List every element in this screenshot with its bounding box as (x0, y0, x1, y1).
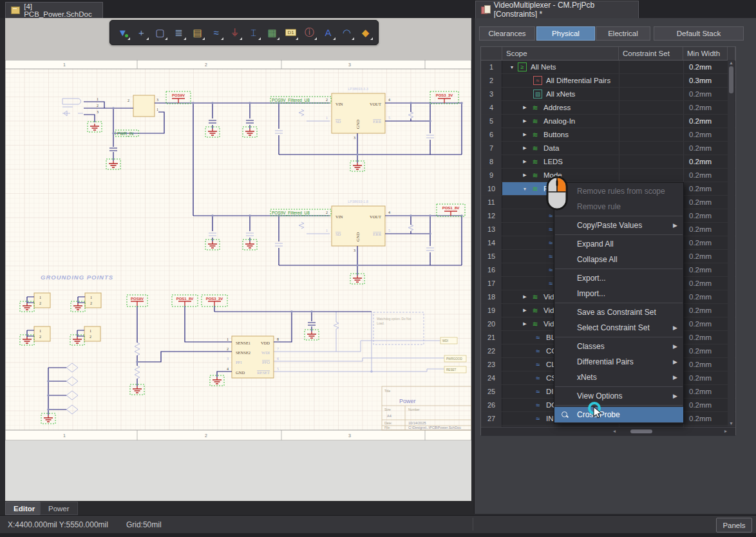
min-width-cell[interactable]: 0.2mm (683, 115, 728, 127)
expand-arrow-icon[interactable]: ▶ (522, 294, 528, 299)
header-scope[interactable]: Scope (502, 47, 619, 60)
tab-default-stack[interactable]: Default Stack (654, 26, 744, 41)
min-width-cell[interactable]: 0.2mm (683, 128, 728, 141)
scope-cell[interactable]: ≈All Differential Pairs (502, 74, 619, 87)
align-icon[interactable]: ≣ (170, 24, 187, 41)
min-width-cell[interactable]: 0.2mm (683, 155, 728, 168)
expand-arrow-icon[interactable]: ▶ (522, 146, 528, 151)
menu-item-import[interactable]: Import... (554, 286, 683, 301)
min-width-cell[interactable]: 0.2mm (683, 412, 728, 425)
menu-item-select-constraint-set[interactable]: Select Constraint Set▶ (554, 320, 683, 335)
place-gnd-icon[interactable]: ⏚ (226, 24, 243, 41)
hscroll-left-arrow-icon[interactable]: ◂ (613, 428, 616, 434)
hscroll-thumb[interactable] (630, 429, 652, 433)
constraint-set-cell[interactable] (619, 155, 683, 168)
min-width-cell[interactable]: 0.2mm (683, 372, 728, 384)
constraint-set-cell[interactable] (619, 169, 683, 182)
min-width-cell[interactable]: 0.2mm (683, 399, 728, 411)
expand-arrow-icon[interactable]: ▶ (522, 105, 528, 110)
tab-power[interactable]: Power (40, 502, 78, 515)
vscroll-thumb[interactable] (729, 66, 733, 93)
place-arc-icon[interactable]: ◠ (338, 24, 355, 41)
min-width-cell[interactable]: 0.3mm (683, 74, 728, 87)
constraint-set-cell[interactable] (619, 61, 683, 73)
header-constraint-set[interactable]: Constraint Set (619, 47, 683, 60)
place-power-icon[interactable]: ⌶ (245, 24, 262, 41)
expand-arrow-icon[interactable]: ▶ (522, 308, 528, 313)
min-width-cell[interactable]: 0.2mm (683, 385, 728, 398)
min-width-cell[interactable]: 0.2mm (683, 209, 728, 222)
panels-button[interactable]: Panels (716, 518, 752, 532)
collapse-arrow-icon[interactable]: ▼ (509, 65, 515, 70)
table-row[interactable]: 1▼≥All Nets0.2mm (481, 61, 735, 74)
tab-editor[interactable]: Editor (5, 502, 43, 515)
table-row[interactable]: 8▶≋LEDS0.2mm (481, 155, 735, 169)
header-min-width[interactable]: Min Width (683, 47, 728, 60)
min-width-cell[interactable]: 0.2mm (683, 304, 728, 317)
vscroll-down-arrow-icon[interactable]: ▼ (728, 421, 735, 426)
min-width-cell[interactable]: 0.2mm (683, 101, 728, 114)
collapse-arrow-icon[interactable]: ▼ (522, 187, 528, 191)
min-width-cell[interactable]: 0.2mm (683, 236, 728, 249)
min-width-cell[interactable]: 0.2mm (683, 88, 728, 100)
scope-cell[interactable]: ▼≥All Nets (502, 61, 619, 73)
constraint-set-cell[interactable] (619, 115, 683, 127)
table-row[interactable]: 4▶≋Address0.2mm (481, 101, 735, 115)
min-width-cell[interactable]: 0.2mm (683, 142, 728, 155)
table-row[interactable]: 5▶≋Analog-In0.2mm (481, 115, 735, 128)
expand-arrow-icon[interactable]: ▶ (522, 118, 528, 124)
menu-item-collapse-all[interactable]: Collapse All (554, 252, 683, 267)
tab-clearances[interactable]: Clearances (479, 26, 535, 41)
min-width-cell[interactable]: 0.2mm (683, 182, 728, 195)
scope-cell[interactable]: ▶≋LEDS (502, 155, 619, 168)
place-sheet-icon[interactable]: ▦ (263, 24, 281, 41)
min-width-cell[interactable]: 0.2mm (683, 61, 728, 73)
scope-cell[interactable]: ▶≋Data (502, 142, 619, 155)
constraint-set-cell[interactable] (619, 128, 683, 141)
menu-item-export[interactable]: Export... (554, 270, 683, 286)
place-junction-icon[interactable]: ◆ (357, 24, 374, 41)
move-icon[interactable]: + (133, 24, 150, 41)
menu-item-differential-pairs[interactable]: Differential Pairs▶ (554, 354, 683, 370)
menu-item-view-options[interactable]: View Options▶ (554, 388, 683, 404)
min-width-cell[interactable]: 0.2mm (683, 277, 728, 290)
place-no-erc-icon[interactable]: ⓘ (301, 24, 318, 41)
expand-arrow-icon[interactable]: ▶ (522, 132, 528, 137)
scope-cell[interactable]: ▶≋Buttons (502, 128, 619, 141)
vscroll-up-arrow-icon[interactable]: ▲ (728, 61, 735, 65)
tab-physical[interactable]: Physical (536, 26, 595, 41)
constraint-set-cell[interactable] (619, 101, 683, 114)
menu-item-remove-rule[interactable]: Remove rule (554, 199, 683, 214)
min-width-cell[interactable]: 0.2mm (683, 250, 728, 263)
menu-item-expand-all[interactable]: Expand All (554, 236, 683, 252)
document-tab-schematic[interactable]: [4] PCB_Power.SchDoc (5, 2, 103, 18)
constraint-set-cell[interactable] (619, 88, 683, 100)
table-row[interactable]: 7▶≋Data0.2mm (481, 142, 735, 155)
menu-item-xnets[interactable]: xNets▶ (554, 370, 683, 385)
table-row[interactable]: 2≈All Differential Pairs0.3mm (481, 74, 735, 88)
place-part-icon[interactable]: ▤ (189, 24, 206, 41)
select-area-icon[interactable]: ▢ (151, 24, 169, 41)
min-width-cell[interactable]: 0.2mm (683, 317, 728, 330)
menu-item-classes[interactable]: Classes▶ (554, 339, 683, 354)
tab-electrical[interactable]: Electrical (596, 26, 650, 41)
min-width-cell[interactable]: 0.2mm (683, 358, 728, 371)
schematic-canvas[interactable]: 123123123231POS9VPWR_INLP38693-3.3POS9V_… (5, 60, 471, 440)
expand-arrow-icon[interactable]: ▶ (522, 173, 528, 178)
place-wire-icon[interactable]: ≈ (207, 24, 225, 41)
constraint-set-cell[interactable] (619, 74, 683, 87)
menu-item-copy-paste-values[interactable]: Copy/Paste Values▶ (554, 218, 683, 233)
table-row[interactable]: 6▶≋Buttons0.2mm (481, 128, 735, 142)
scope-cell[interactable]: ▶≋Analog-In (502, 115, 619, 127)
min-width-cell[interactable]: 0.2mm (683, 331, 728, 344)
constraint-set-cell[interactable] (619, 142, 683, 155)
expand-arrow-icon[interactable]: ▶ (522, 321, 528, 326)
menu-item-remove-rules-from-scope[interactable]: Remove rules from scope (554, 184, 683, 199)
place-net-label-icon[interactable]: D1 (282, 24, 299, 41)
table-row[interactable]: 9▶≋Mode0.2mm (481, 169, 735, 182)
vertical-scrollbar[interactable]: ▲ ▼ (728, 60, 735, 426)
menu-item-save-as-constraint-set[interactable]: Save as Constraint Set (554, 305, 683, 320)
table-row[interactable]: 3▨All xNets0.2mm (481, 88, 735, 101)
horizontal-scrollbar[interactable]: ◂ ▸ (481, 427, 735, 436)
min-width-cell[interactable]: 0.2mm (683, 344, 728, 357)
